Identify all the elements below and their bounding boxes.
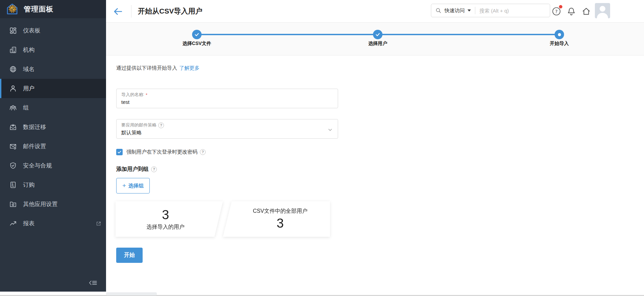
import-stepper: 选择CSV文件 选择用户 开始导入 bbox=[106, 23, 644, 55]
sidebar: 管理面板 仪表板 机构 bbox=[0, 0, 106, 292]
app-title: 管理面板 bbox=[24, 4, 54, 14]
total-users-card: CSV文件中的全部用户 3 bbox=[223, 201, 330, 237]
import-name-field[interactable]: 导入的名称* test bbox=[116, 89, 338, 108]
sidebar-item-other-app-settings[interactable]: 其他应用设置 bbox=[0, 195, 106, 214]
start-button[interactable]: 开始 bbox=[116, 248, 143, 263]
back-arrow-button[interactable] bbox=[113, 6, 123, 17]
mail-settings-icon bbox=[9, 142, 17, 151]
sidebar-nav: 仪表板 机构 域名 bbox=[0, 18, 106, 233]
dashboard-icon bbox=[9, 27, 17, 35]
sidebar-item-subscription[interactable]: $ 订购 bbox=[0, 175, 106, 195]
chevron-down-icon[interactable] bbox=[327, 127, 333, 133]
notifications-bell-button[interactable] bbox=[567, 7, 576, 16]
mail-policy-select[interactable]: 要应用的邮件策略 ? 默认策略 bbox=[116, 119, 338, 139]
step-3-label: 开始导入 bbox=[522, 41, 597, 47]
global-search-bar[interactable]: 快速访问 bbox=[431, 4, 550, 17]
import-form: 通过提供以下详情开始导入了解更多 导入的名称* test 要应用的邮件策略 ? … bbox=[106, 55, 644, 296]
sidebar-item-label: 机构 bbox=[23, 46, 35, 54]
sidebar-item-label: 组 bbox=[23, 104, 29, 112]
total-users-count: 3 bbox=[276, 216, 284, 231]
sidebar-item-label: 仪表板 bbox=[23, 27, 40, 35]
add-to-group-heading: 添加用户到组 ? bbox=[116, 166, 157, 173]
force-password-checkbox[interactable] bbox=[116, 149, 123, 155]
select-group-button[interactable]: + 选择组 bbox=[116, 178, 150, 193]
horizontal-scrollbar-thumb[interactable] bbox=[106, 292, 157, 295]
quick-access-dropdown[interactable]: 快速访问 bbox=[444, 7, 465, 14]
import-name-value[interactable]: test bbox=[121, 99, 333, 105]
searchbar-divider bbox=[475, 7, 475, 14]
import-name-label: 导入的名称 bbox=[121, 92, 143, 98]
svg-text:$: $ bbox=[12, 182, 13, 185]
sidebar-item-label: 订购 bbox=[23, 181, 35, 189]
domain-globe-icon bbox=[9, 65, 17, 73]
external-link-icon bbox=[96, 221, 101, 226]
user-avatar[interactable] bbox=[595, 3, 610, 18]
sidebar-item-groups[interactable]: 组 bbox=[0, 98, 106, 117]
step-3-current-icon bbox=[555, 30, 564, 39]
sidebar-item-label: 安全与合规 bbox=[23, 162, 52, 169]
sidebar-item-label: 域名 bbox=[23, 65, 35, 73]
force-password-label: 强制用户在下次登录时更改密码 bbox=[126, 149, 198, 155]
help-button[interactable]: ? bbox=[552, 7, 561, 16]
sidebar-item-users[interactable]: 用户 bbox=[0, 79, 106, 98]
home-button[interactable] bbox=[582, 7, 591, 16]
other-apps-folder-icon bbox=[9, 200, 17, 208]
groups-icon bbox=[9, 104, 17, 112]
security-shield-icon bbox=[9, 162, 17, 170]
mail-policy-value[interactable]: 默认策略 bbox=[121, 130, 333, 136]
user-icon bbox=[9, 85, 17, 93]
selected-users-count: 3 bbox=[162, 208, 169, 222]
plus-icon: + bbox=[122, 182, 126, 189]
sidebar-item-domains[interactable]: 域名 bbox=[0, 60, 106, 79]
sidebar-item-label: 报表 bbox=[23, 220, 35, 227]
bottom-scrollbar-strip bbox=[0, 292, 644, 296]
search-input[interactable] bbox=[479, 8, 537, 14]
sidebar-item-data-migration[interactable]: 数据迁移 bbox=[0, 117, 106, 137]
sidebar-item-mail-settings[interactable]: 邮件设置 bbox=[0, 137, 106, 156]
sidebar-collapse-button[interactable] bbox=[88, 279, 99, 288]
help-circle-icon[interactable]: ? bbox=[151, 166, 157, 172]
sidebar-item-security-compliance[interactable]: 安全与合规 bbox=[0, 156, 106, 175]
sidebar-item-label: 邮件设置 bbox=[23, 142, 46, 150]
notification-red-dot bbox=[559, 5, 562, 8]
sidebar-item-label: 用户 bbox=[23, 85, 35, 92]
selected-users-label: 选择导入的用户 bbox=[147, 224, 185, 231]
total-users-label: CSV文件中的全部用户 bbox=[253, 208, 308, 215]
search-icon bbox=[435, 7, 441, 14]
sidebar-item-dashboard[interactable]: 仪表板 bbox=[0, 21, 106, 40]
sidebar-item-label: 数据迁移 bbox=[23, 123, 46, 131]
learn-more-link[interactable]: 了解更多 bbox=[179, 65, 200, 71]
sidebar-item-reports[interactable]: 报表 bbox=[0, 214, 106, 233]
add-to-group-label: 添加用户到组 bbox=[116, 166, 149, 173]
data-migration-icon bbox=[9, 123, 17, 131]
caret-down-icon[interactable] bbox=[468, 9, 471, 12]
app-logo-header[interactable]: 管理面板 bbox=[0, 0, 106, 18]
sidebar-item-organization[interactable]: 机构 bbox=[0, 40, 106, 60]
step-2-completed-icon bbox=[373, 30, 382, 39]
intro-text: 通过提供以下详情开始导入了解更多 bbox=[116, 65, 200, 71]
top-header: 开始从CSV导入用户 快速访问 ? bbox=[106, 0, 644, 23]
intro-label: 通过提供以下详情开始导入 bbox=[116, 65, 177, 71]
step-1-label: 选择CSV文件 bbox=[160, 41, 234, 47]
force-password-row: 强制用户在下次登录时更改密码 ? bbox=[116, 149, 206, 155]
organization-icon bbox=[9, 46, 17, 54]
required-asterisk: * bbox=[146, 92, 147, 97]
selected-users-card: 3 选择导入的用户 bbox=[116, 201, 223, 237]
subscription-invoice-icon: $ bbox=[9, 181, 17, 189]
admin-panel-logo-icon bbox=[5, 3, 19, 15]
select-group-label: 选择组 bbox=[128, 183, 144, 189]
title-divider bbox=[131, 5, 131, 18]
help-circle-icon[interactable]: ? bbox=[200, 149, 206, 155]
step-1-completed-icon bbox=[192, 30, 202, 39]
step-2-label: 选择用户 bbox=[340, 41, 415, 47]
svg-text:?: ? bbox=[555, 9, 558, 14]
sidebar-item-label: 其他应用设置 bbox=[23, 200, 58, 208]
mail-policy-label: 要应用的邮件策略 bbox=[121, 122, 157, 128]
page-title: 开始从CSV导入用户 bbox=[138, 0, 202, 22]
help-circle-icon[interactable]: ? bbox=[158, 122, 164, 128]
reports-trend-icon bbox=[9, 220, 17, 228]
